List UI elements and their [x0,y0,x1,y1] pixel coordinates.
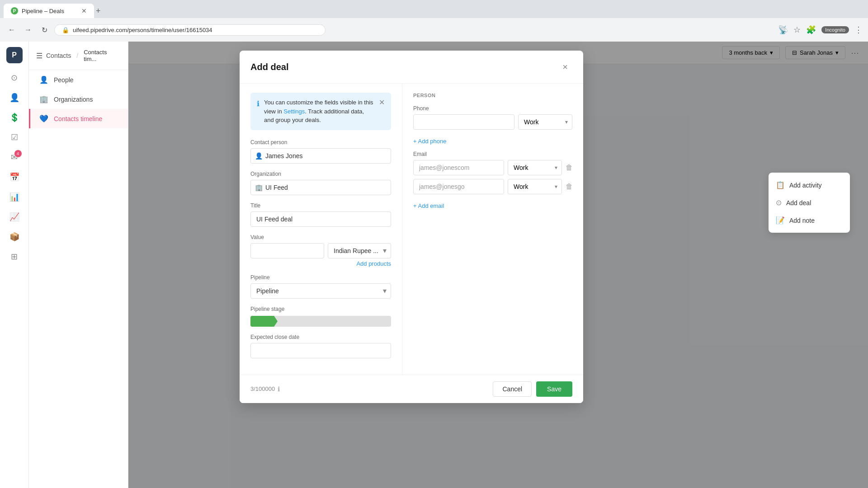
modal-close-button[interactable]: × [558,60,572,74]
pipeline-select[interactable]: Pipeline [250,283,391,299]
refresh-button[interactable]: ↻ [38,23,51,36]
phone-input[interactable] [413,114,514,130]
delete-email-2-icon[interactable]: 🗑 [566,183,573,191]
expected-close-date-input[interactable] [250,343,391,358]
cancel-button[interactable]: Cancel [493,381,532,397]
contact-person-label: Contact person [250,139,391,145]
tab-favicon: P [11,7,18,14]
email-type-select-1[interactable]: Work Home [508,160,562,175]
info-banner-icon: ℹ [257,99,259,125]
add-deal-modal: Add deal × ℹ You can customize the field… [240,51,583,403]
person-prefix-icon: 👤 [255,152,263,160]
menu-icon[interactable]: ⋮ [854,25,863,35]
modal-backdrop: Add deal × ℹ You can customize the field… [0,42,868,488]
footer-actions: Cancel Save [493,381,572,397]
modal-title: Add deal [250,62,288,72]
email-row-1: Work Home 🗑 [413,160,572,175]
pipeline-select-wrapper: Pipeline [250,283,391,299]
email-group: Email Work Home 🗑 [413,151,572,194]
tab-title: Pipeline – Deals [22,8,64,14]
info-banner-close[interactable]: ✕ [379,98,385,107]
pipeline-stage-label: Pipeline stage [250,306,391,312]
modal-header: Add deal × [240,51,583,84]
value-row: Indian Rupee ... USD EUR [250,243,391,258]
title-group: Title [250,202,391,227]
contact-person-group: Contact person 👤 [250,139,391,164]
incognito-badge: Incognito [821,26,849,33]
modal-right-panel: PERSON Phone Work Home Mobile [402,84,583,375]
title-input[interactable] [250,211,391,227]
info-banner: ℹ You can customize the fields visible i… [250,93,391,130]
pipeline-stages [250,316,391,327]
value-label: Value [250,234,391,240]
phone-type-select[interactable]: Work Home Mobile [518,114,572,130]
email-input-1[interactable] [413,160,504,175]
person-section: PERSON Phone Work Home Mobile [413,93,572,216]
browser-nav-bar: ← → ↻ 🔒 uifeed.pipedrive.com/persons/tim… [0,18,868,42]
email-label: Email [413,151,572,157]
email-input-2[interactable] [413,179,504,194]
currency-select[interactable]: Indian Rupee ... USD EUR [328,243,391,258]
add-email-link[interactable]: + Add email [413,202,444,209]
organization-label: Organization [250,171,391,177]
title-label: Title [250,202,391,209]
tab-close-btn[interactable]: ✕ [81,7,87,14]
email-type-select-2[interactable]: Work Home [508,179,562,194]
expected-close-date-group: Expected close date [250,334,391,358]
organization-group: Organization 🏢 [250,171,391,195]
back-button[interactable]: ← [5,23,18,36]
add-products-link[interactable]: Add products [250,260,391,267]
person-section-title: PERSON [413,93,572,98]
contact-person-input-wrapper: 👤 [250,148,391,164]
value-input[interactable] [250,243,324,258]
cast-icon: 📡 [778,25,788,35]
organization-input[interactable] [250,180,391,195]
info-banner-text: You can customize the fields visible in … [264,98,374,125]
expected-close-date-label: Expected close date [250,334,391,340]
email-type-wrapper-1: Work Home [508,160,562,175]
pipeline-stage-1[interactable] [250,316,274,327]
active-tab[interactable]: P Pipeline – Deals ✕ [4,4,94,18]
contact-person-input[interactable] [250,148,391,164]
organization-input-wrapper: 🏢 [250,180,391,195]
settings-link[interactable]: Settings [283,108,305,115]
save-button[interactable]: Save [536,381,572,397]
char-count: 3/100000 ℹ [250,385,280,393]
phone-row: Work Home Mobile [413,114,572,130]
delete-email-1-icon[interactable]: 🗑 [566,164,573,172]
url-text: uifeed.pipedrive.com/persons/timeline/us… [73,27,318,33]
phone-group: Phone Work Home Mobile [413,105,572,130]
char-count-info-icon[interactable]: ℹ [278,385,280,393]
char-count-text: 3/100000 [250,385,275,392]
modal-body: ℹ You can customize the fields visible i… [240,84,583,375]
currency-select-wrapper: Indian Rupee ... USD EUR [328,243,391,258]
org-prefix-icon: 🏢 [255,184,263,191]
address-bar[interactable]: 🔒 uifeed.pipedrive.com/persons/timeline/… [54,24,326,36]
modal-left-panel: ℹ You can customize the fields visible i… [240,84,402,375]
new-tab-button[interactable]: + [96,6,101,16]
extensions-icon[interactable]: 🧩 [806,25,816,35]
forward-button[interactable]: → [22,23,34,36]
phone-label: Phone [413,105,572,112]
bookmark-icon[interactable]: ☆ [793,25,801,35]
modal-footer: 3/100000 ℹ Cancel Save [240,375,583,403]
pipeline-label: Pipeline [250,274,391,281]
email-type-wrapper-2: Work Home [508,179,562,194]
add-phone-link[interactable]: + Add phone [413,138,446,145]
browser-tabs: P Pipeline – Deals ✕ + [0,0,868,18]
value-group: Value Indian Rupee ... USD EUR Add produ… [250,234,391,267]
pipeline-stage-group: Pipeline stage [250,306,391,327]
email-row-2: Work Home 🗑 [413,179,572,194]
pipeline-group: Pipeline Pipeline [250,274,391,299]
phone-type-wrapper: Work Home Mobile [518,114,572,130]
browser-action-icons: 📡 ☆ 🧩 Incognito ⋮ [778,25,863,35]
browser-chrome: P Pipeline – Deals ✕ + ← → ↻ 🔒 uifeed.pi… [0,0,868,42]
